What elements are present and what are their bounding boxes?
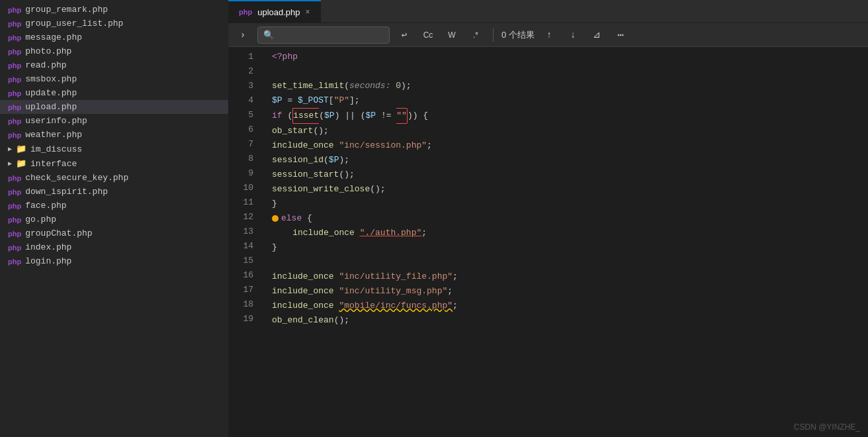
token: $P <box>272 93 282 108</box>
next-result-button[interactable]: ↓ <box>564 26 582 44</box>
folder-icon: 📁 <box>16 158 26 169</box>
sidebar-item-group_user_list-php[interactable]: phpgroup_user_list.php <box>0 17 228 30</box>
token: $P <box>329 153 339 168</box>
token: } <box>272 197 277 211</box>
code-container: 12345678910111213141516171819 <?phpset_t… <box>228 47 868 437</box>
code-line <box>261 64 868 79</box>
code-line: session_write_close(); <box>261 182 868 197</box>
token: "inc/utility_msg.php" <box>339 284 447 299</box>
token: include_once <box>272 269 334 284</box>
sidebar-item-check_secure_key-php[interactable]: phpcheck_secure_key.php <box>0 171 228 185</box>
token <box>334 138 339 153</box>
sidebar-item-face-php[interactable]: phpface.php <box>0 199 228 213</box>
token: = <box>282 93 298 108</box>
file-label: message.php <box>25 32 82 42</box>
token: "P" <box>334 93 349 108</box>
regex-button[interactable]: .* <box>466 26 485 44</box>
code-line: } <box>261 240 868 255</box>
sidebar-item-weather-php[interactable]: phpweather.php <box>0 128 228 142</box>
sidebar-item-groupChat-php[interactable]: phpgroupChat.php <box>0 226 228 240</box>
token: ( <box>355 109 366 123</box>
collapse-button[interactable]: › <box>234 26 252 44</box>
token: "inc/session.php" <box>339 138 427 153</box>
php-icon: php <box>8 202 21 210</box>
code-content[interactable]: <?phpset_time_limit(seconds: 0);$P = $_P… <box>261 47 868 437</box>
php-icon: php <box>8 6 21 14</box>
token: "inc/utility_file.php" <box>339 269 453 284</box>
php-icon: php <box>8 103 21 111</box>
tab-close-button[interactable]: × <box>306 7 310 17</box>
undo-button[interactable]: ↩ <box>395 26 413 44</box>
php-icon: php <box>8 34 21 42</box>
active-tab[interactable]: php upload.php × <box>228 0 321 23</box>
token: $_POST <box>298 93 329 108</box>
word-button[interactable]: W <box>443 26 461 44</box>
token: ; <box>453 299 458 313</box>
code-line: include_once "inc/utility_msg.php"; <box>261 284 868 299</box>
folder-icon: 📁 <box>16 144 26 154</box>
sidebar-item-group_remark-php[interactable]: phpgroup_remark.php <box>0 3 228 17</box>
filter-button[interactable]: ⊿ <box>587 26 606 44</box>
sidebar-item-update-php[interactable]: phpupdate.php <box>0 86 228 100</box>
sidebar-item-message-php[interactable]: phpmessage.php <box>0 30 228 44</box>
file-label: login.php <box>25 256 71 266</box>
code-line: if (isset($P) || ($P != "")) { <box>261 108 868 124</box>
more-options-button[interactable]: ⋯ <box>611 26 630 44</box>
token: (); <box>370 182 385 197</box>
sidebar-item-smsbox-php[interactable]: phpsmsbox.php <box>0 72 228 86</box>
sidebar-item-photo-php[interactable]: phpphoto.php <box>0 44 228 58</box>
code-line: include_once "mobile/inc/funcs.php"; <box>261 299 868 313</box>
token: else <box>281 211 302 226</box>
code-line: include_once "./auth.php"; <box>261 226 868 240</box>
folder-label: interface <box>30 159 77 169</box>
token: "./auth.php" <box>360 226 422 240</box>
search-input[interactable] <box>278 30 377 40</box>
sidebar-item-go-php[interactable]: phpgo.php <box>0 213 228 226</box>
sidebar-folder-interface[interactable]: ▶📁interface <box>0 156 228 171</box>
sidebar-item-login-php[interactable]: phplogin.php <box>0 254 228 268</box>
php-badge: php <box>239 8 252 16</box>
token: 0 <box>396 79 401 93</box>
token: if <box>272 109 282 123</box>
file-label: group_remark.php <box>25 5 108 15</box>
file-label: group_user_list.php <box>25 19 123 28</box>
file-label: read.php <box>25 60 66 70</box>
php-icon: php <box>8 216 21 224</box>
code-line: include_once "inc/utility_file.php"; <box>261 269 868 284</box>
sidebar-item-userinfo-php[interactable]: phpuserinfo.php <box>0 114 228 128</box>
sidebar-item-upload-php[interactable]: phpupload.php <box>0 100 228 114</box>
token: ); <box>401 79 412 93</box>
sidebar-item-down_ispirit-php[interactable]: phpdown_ispirit.php <box>0 185 228 199</box>
token: != <box>376 109 396 123</box>
token: set_time_limit <box>272 79 344 93</box>
line-numbers: 12345678910111213141516171819 <box>228 47 261 437</box>
token <box>355 226 360 240</box>
file-label: go.php <box>25 215 56 224</box>
php-icon: php <box>8 174 21 182</box>
prev-result-button[interactable]: ↑ <box>540 26 558 44</box>
file-label: weather.php <box>25 130 82 140</box>
search-box[interactable]: 🔍 <box>257 26 390 44</box>
php-icon: php <box>8 117 21 125</box>
code-line: else { <box>261 211 868 226</box>
file-label: userinfo.php <box>25 116 87 126</box>
token: ) <box>335 109 345 123</box>
case-button[interactable]: Cc <box>419 26 437 44</box>
php-icon: php <box>8 89 21 97</box>
sidebar-item-index-php[interactable]: phpindex.php <box>0 240 228 254</box>
search-icon: 🔍 <box>263 30 274 40</box>
token: (); <box>339 168 354 182</box>
token: ); <box>339 153 349 168</box>
sidebar-item-read-php[interactable]: phpread.php <box>0 58 228 72</box>
token: ]; <box>349 93 360 108</box>
token: ob_end_clean <box>272 313 334 328</box>
file-label: photo.php <box>25 46 71 56</box>
php-icon: php <box>8 62 21 70</box>
token: include_once <box>272 284 334 299</box>
token: include_once <box>272 299 334 313</box>
php-icon: php <box>8 258 21 266</box>
code-line: set_time_limit(seconds: 0); <box>261 79 868 93</box>
token: ( <box>319 109 324 123</box>
token: ; <box>447 284 453 299</box>
sidebar-folder-im_discuss[interactable]: ▶📁im_discuss <box>0 142 228 156</box>
